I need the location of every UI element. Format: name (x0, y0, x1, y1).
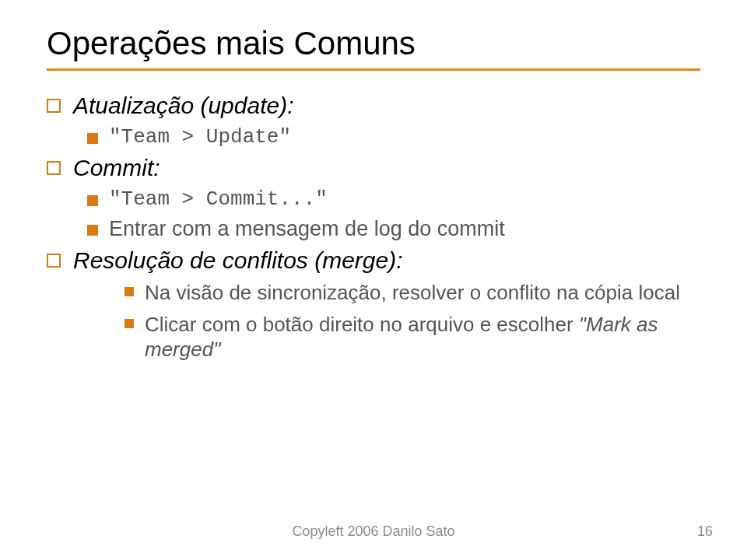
footer-copyleft: Copyleft 2006 Danilo Sato (0, 523, 747, 540)
bullet-text: Na visão de sincronização, resolver o co… (145, 280, 680, 306)
square-open-icon (47, 99, 61, 113)
bullet-text: Commit: (73, 155, 160, 181)
page-number: 16 (697, 523, 713, 540)
bullet-text: "Team > Commit..." (109, 187, 328, 211)
bullet-text: Entrar com a mensagem de log do commit (109, 217, 505, 241)
bullet-resolve: Resolução de conflitos (merge): (47, 247, 700, 274)
bullet-text-prefix: Clicar com o botão direito no arquivo e … (145, 313, 579, 336)
bullet-list: Atualização (update): "Team > Update" Co… (47, 93, 700, 362)
bullet-resolve-step2: Clicar com o botão direito no arquivo e … (124, 312, 700, 362)
bullet-resolve-step1: Na visão de sincronização, resolver o co… (124, 280, 700, 306)
bullet-text: Atualização (update): (73, 93, 294, 119)
bullet-text: Clicar com o botão direito no arquivo e … (145, 312, 700, 362)
bullet-update-cmd: "Team > Update" (87, 125, 700, 149)
bullet-commit-note: Entrar com a mensagem de log do commit (87, 217, 700, 241)
title-rule (47, 68, 700, 71)
square-solid-icon (87, 133, 98, 144)
slide: Operações mais Comuns Atualização (updat… (0, 0, 747, 560)
square-solid-icon (87, 195, 98, 206)
bullet-text: "Team > Update" (109, 125, 291, 149)
bullet-commit-cmd: "Team > Commit..." (87, 187, 700, 211)
bullet-commit: Commit: (47, 155, 700, 181)
bullet-text: Resolução de conflitos (merge): (73, 247, 403, 274)
square-open-icon (47, 254, 61, 268)
page-title: Operações mais Comuns (47, 25, 700, 62)
square-solid-icon (124, 319, 134, 328)
square-open-icon (47, 161, 61, 175)
square-solid-icon (124, 287, 134, 296)
square-solid-icon (87, 225, 98, 236)
bullet-update: Atualização (update): (47, 93, 700, 119)
